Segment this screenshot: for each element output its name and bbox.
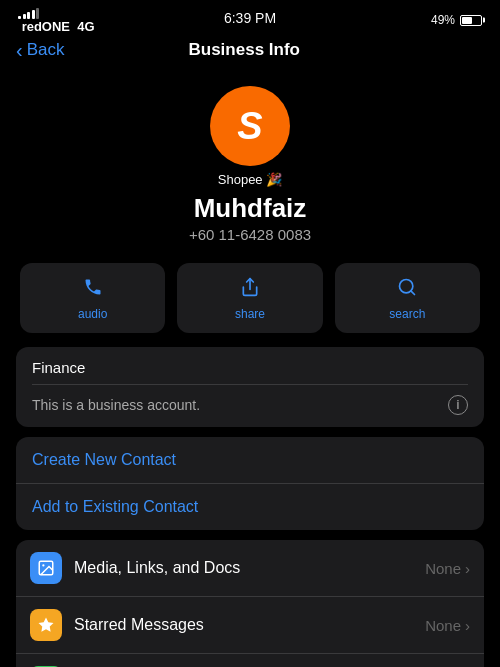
media-links-docs-label: Media, Links, and Docs [74, 559, 425, 577]
contact-phone: +60 11-6428 0083 [189, 226, 311, 243]
avatar-label: Shopee 🎉 [218, 172, 282, 187]
starred-messages-chevron: › [465, 617, 470, 634]
back-label: Back [27, 40, 65, 60]
back-button[interactable]: ‹ Back [16, 40, 64, 60]
share-button[interactable]: share [177, 263, 322, 333]
audio-label: audio [78, 307, 107, 321]
carrier-info: redONE 4G [18, 7, 95, 34]
search-icon [397, 277, 417, 302]
svg-line-2 [411, 291, 415, 295]
battery-percent: 49% [431, 13, 455, 27]
starred-messages-item[interactable]: Starred Messages None › [16, 597, 484, 654]
add-to-existing-contact-button[interactable]: Add to Existing Contact [16, 484, 484, 530]
starred-messages-value: None [425, 617, 461, 634]
battery-fill [462, 17, 472, 24]
media-icon [30, 552, 62, 584]
media-links-docs-chevron: › [465, 560, 470, 577]
status-right-icons: 49% [431, 13, 482, 27]
action-buttons: audio share search [0, 263, 500, 333]
share-icon [240, 277, 260, 302]
media-links-docs-value: None [425, 560, 461, 577]
carrier-name: redONE [22, 19, 70, 34]
audio-button[interactable]: audio [20, 263, 165, 333]
avatar-letter: S [237, 109, 262, 143]
mute-item[interactable]: Mute No › [16, 654, 484, 667]
signal-bars [18, 7, 95, 19]
info-icon[interactable]: i [448, 395, 468, 415]
contact-name: Muhdfaiz [194, 193, 307, 224]
media-links-docs-item[interactable]: Media, Links, and Docs None › [16, 540, 484, 597]
search-label: search [389, 307, 425, 321]
battery-icon [460, 15, 482, 26]
starred-messages-label: Starred Messages [74, 616, 425, 634]
avatar-section: S Shopee 🎉 Muhdfaiz +60 11-6428 0083 [0, 70, 500, 263]
list-section: Media, Links, and Docs None › Starred Me… [16, 540, 484, 667]
avatar: S [210, 86, 290, 166]
svg-marker-5 [39, 618, 54, 632]
search-button[interactable]: search [335, 263, 480, 333]
share-label: share [235, 307, 265, 321]
status-time: 6:39 PM [224, 10, 276, 26]
finance-info-card: Finance This is a business account. i [16, 347, 484, 427]
svg-point-4 [42, 564, 44, 566]
back-chevron-icon: ‹ [16, 40, 23, 60]
finance-body: This is a business account. i [16, 385, 484, 427]
network-type: 4G [77, 19, 94, 34]
nav-bar: ‹ Back Business Info [0, 36, 500, 70]
create-new-contact-button[interactable]: Create New Contact [16, 437, 484, 484]
page-title: Business Info [189, 40, 300, 60]
starred-icon [30, 609, 62, 641]
contact-actions-card: Create New Contact Add to Existing Conta… [16, 437, 484, 530]
audio-icon [83, 277, 103, 302]
business-account-text: This is a business account. [32, 397, 200, 413]
status-bar: redONE 4G 6:39 PM 49% [0, 0, 500, 36]
finance-header: Finance [16, 347, 484, 384]
